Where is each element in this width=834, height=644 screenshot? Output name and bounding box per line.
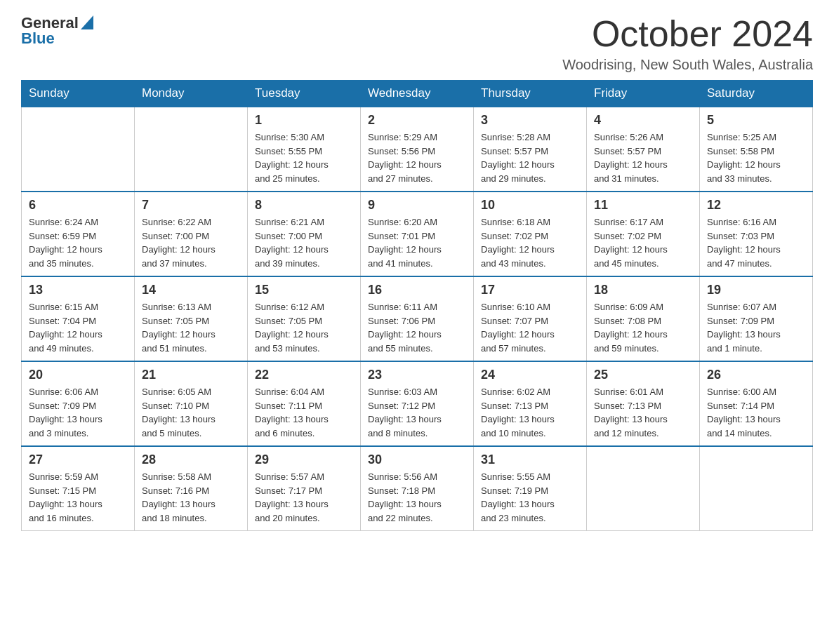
day-info: Sunrise: 6:04 AMSunset: 7:11 PMDaylight:… [255,385,353,440]
calendar-week-row-1: 1Sunrise: 5:30 AMSunset: 5:55 PMDaylight… [22,107,813,192]
day-info: Sunrise: 5:57 AMSunset: 7:17 PMDaylight:… [255,470,353,525]
day-number: 25 [594,368,692,382]
calendar-cell: 7Sunrise: 6:22 AMSunset: 7:00 PMDaylight… [135,192,248,276]
day-number: 19 [707,283,805,297]
calendar-cell: 5Sunrise: 5:25 AMSunset: 5:58 PMDaylight… [700,107,813,192]
day-info: Sunrise: 6:22 AMSunset: 7:00 PMDaylight:… [142,215,240,270]
day-number: 14 [142,283,240,297]
month-title: October 2024 [562,14,813,54]
location: Woodrising, New South Wales, Australia [562,57,813,73]
day-number: 1 [255,113,353,128]
day-number: 22 [255,368,353,382]
calendar-header-monday: Monday [135,81,248,107]
calendar-cell: 12Sunrise: 6:16 AMSunset: 7:03 PMDayligh… [700,192,813,276]
calendar-cell: 1Sunrise: 5:30 AMSunset: 5:55 PMDaylight… [248,107,361,192]
day-number: 29 [255,452,353,467]
day-info: Sunrise: 6:13 AMSunset: 7:05 PMDaylight:… [142,300,240,355]
calendar-cell: 18Sunrise: 6:09 AMSunset: 7:08 PMDayligh… [587,276,700,361]
calendar-header-wednesday: Wednesday [361,81,474,107]
day-info: Sunrise: 6:11 AMSunset: 7:06 PMDaylight:… [368,300,466,355]
day-info: Sunrise: 6:24 AMSunset: 6:59 PMDaylight:… [29,215,127,270]
day-number: 31 [481,452,579,467]
logo-blue: Blue [21,29,55,48]
calendar-cell: 25Sunrise: 6:01 AMSunset: 7:13 PMDayligh… [587,361,700,446]
calendar-table: SundayMondayTuesdayWednesdayThursdayFrid… [21,80,813,531]
calendar-header-sunday: Sunday [22,81,135,107]
calendar-cell: 22Sunrise: 6:04 AMSunset: 7:11 PMDayligh… [248,361,361,446]
day-number: 10 [481,198,579,213]
calendar-cell: 16Sunrise: 6:11 AMSunset: 7:06 PMDayligh… [361,276,474,361]
calendar-week-row-5: 27Sunrise: 5:59 AMSunset: 7:15 PMDayligh… [22,446,813,531]
day-number: 20 [29,368,127,382]
calendar-week-row-3: 13Sunrise: 6:15 AMSunset: 7:04 PMDayligh… [22,276,813,361]
calendar-cell: 30Sunrise: 5:56 AMSunset: 7:18 PMDayligh… [361,446,474,531]
day-number: 13 [29,283,127,297]
calendar-cell: 31Sunrise: 5:55 AMSunset: 7:19 PMDayligh… [474,446,587,531]
day-number: 16 [368,283,466,297]
calendar-cell: 6Sunrise: 6:24 AMSunset: 6:59 PMDaylight… [22,192,135,276]
calendar-cell: 10Sunrise: 6:18 AMSunset: 7:02 PMDayligh… [474,192,587,276]
day-info: Sunrise: 5:55 AMSunset: 7:19 PMDaylight:… [481,470,579,525]
day-number: 4 [594,113,692,128]
calendar-cell: 13Sunrise: 6:15 AMSunset: 7:04 PMDayligh… [22,276,135,361]
day-info: Sunrise: 6:02 AMSunset: 7:13 PMDaylight:… [481,385,579,440]
page-header: General Blue October 2024 Woodrising, Ne… [21,14,813,73]
day-info: Sunrise: 6:00 AMSunset: 7:14 PMDaylight:… [707,385,805,440]
calendar-cell: 24Sunrise: 6:02 AMSunset: 7:13 PMDayligh… [474,361,587,446]
day-info: Sunrise: 5:58 AMSunset: 7:16 PMDaylight:… [142,470,240,525]
calendar-cell: 9Sunrise: 6:20 AMSunset: 7:01 PMDaylight… [361,192,474,276]
day-info: Sunrise: 6:09 AMSunset: 7:08 PMDaylight:… [594,300,692,355]
day-info: Sunrise: 5:59 AMSunset: 7:15 PMDaylight:… [29,470,127,525]
day-number: 12 [707,198,805,213]
calendar-cell: 29Sunrise: 5:57 AMSunset: 7:17 PMDayligh… [248,446,361,531]
day-number: 27 [29,452,127,467]
day-info: Sunrise: 6:15 AMSunset: 7:04 PMDaylight:… [29,300,127,355]
calendar-cell: 2Sunrise: 5:29 AMSunset: 5:56 PMDaylight… [361,107,474,192]
day-number: 9 [368,198,466,213]
day-number: 24 [481,368,579,382]
calendar-header-row: SundayMondayTuesdayWednesdayThursdayFrid… [22,81,813,107]
day-info: Sunrise: 5:26 AMSunset: 5:57 PMDaylight:… [594,130,692,185]
day-info: Sunrise: 6:20 AMSunset: 7:01 PMDaylight:… [368,215,466,270]
day-info: Sunrise: 6:03 AMSunset: 7:12 PMDaylight:… [368,385,466,440]
day-number: 26 [707,368,805,382]
calendar-cell: 19Sunrise: 6:07 AMSunset: 7:09 PMDayligh… [700,276,813,361]
calendar-cell: 14Sunrise: 6:13 AMSunset: 7:05 PMDayligh… [135,276,248,361]
day-number: 21 [142,368,240,382]
logo: General Blue [21,14,93,48]
day-number: 6 [29,198,127,213]
day-number: 7 [142,198,240,213]
day-number: 30 [368,452,466,467]
day-number: 8 [255,198,353,213]
svg-marker-0 [81,15,93,29]
calendar-cell: 26Sunrise: 6:00 AMSunset: 7:14 PMDayligh… [700,361,813,446]
calendar-header-thursday: Thursday [474,81,587,107]
day-info: Sunrise: 5:56 AMSunset: 7:18 PMDaylight:… [368,470,466,525]
day-info: Sunrise: 6:07 AMSunset: 7:09 PMDaylight:… [707,300,805,355]
day-info: Sunrise: 6:06 AMSunset: 7:09 PMDaylight:… [29,385,127,440]
day-number: 2 [368,113,466,128]
day-number: 3 [481,113,579,128]
day-info: Sunrise: 5:30 AMSunset: 5:55 PMDaylight:… [255,130,353,185]
calendar-cell: 21Sunrise: 6:05 AMSunset: 7:10 PMDayligh… [135,361,248,446]
calendar-cell: 27Sunrise: 5:59 AMSunset: 7:15 PMDayligh… [22,446,135,531]
day-number: 23 [368,368,466,382]
calendar-cell [22,107,135,192]
calendar-cell [700,446,813,531]
calendar-cell: 15Sunrise: 6:12 AMSunset: 7:05 PMDayligh… [248,276,361,361]
day-info: Sunrise: 6:05 AMSunset: 7:10 PMDaylight:… [142,385,240,440]
day-info: Sunrise: 6:18 AMSunset: 7:02 PMDaylight:… [481,215,579,270]
day-info: Sunrise: 5:28 AMSunset: 5:57 PMDaylight:… [481,130,579,185]
day-number: 18 [594,283,692,297]
day-info: Sunrise: 5:25 AMSunset: 5:58 PMDaylight:… [707,130,805,185]
calendar-cell [587,446,700,531]
day-info: Sunrise: 6:21 AMSunset: 7:00 PMDaylight:… [255,215,353,270]
day-info: Sunrise: 6:16 AMSunset: 7:03 PMDaylight:… [707,215,805,270]
calendar-cell: 17Sunrise: 6:10 AMSunset: 7:07 PMDayligh… [474,276,587,361]
day-number: 17 [481,283,579,297]
title-area: October 2024 Woodrising, New South Wales… [562,14,813,73]
calendar-week-row-4: 20Sunrise: 6:06 AMSunset: 7:09 PMDayligh… [22,361,813,446]
day-number: 28 [142,452,240,467]
calendar-header-tuesday: Tuesday [248,81,361,107]
day-number: 5 [707,113,805,128]
